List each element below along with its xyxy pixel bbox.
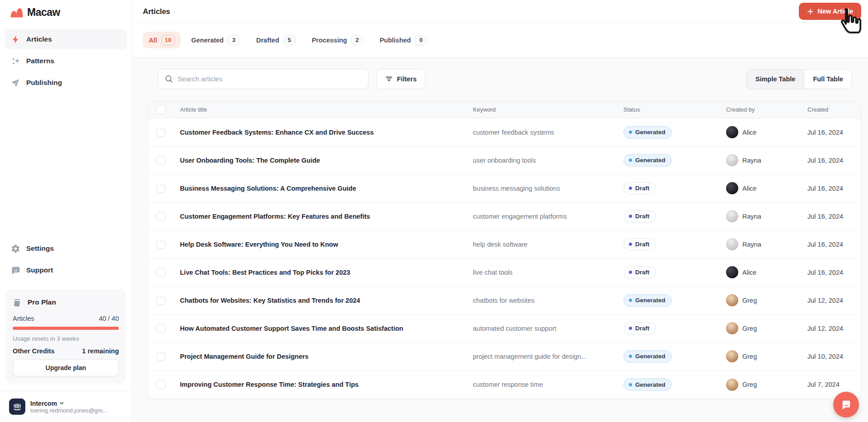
column-header-title: Article title — [174, 106, 473, 113]
table-row[interactable]: How Automated Customer Support Saves Tim… — [148, 314, 861, 342]
row-checkbox[interactable] — [156, 296, 165, 305]
full-table-toggle[interactable]: Full Table — [804, 70, 852, 89]
tab-processing[interactable]: Processing 2 — [306, 32, 369, 48]
plan-name: Pro Plan — [28, 298, 56, 306]
sidebar-item-patterns[interactable]: Patterns — [5, 51, 127, 71]
tab-label: Published — [380, 37, 411, 44]
row-checkbox[interactable] — [156, 380, 165, 389]
row-checkbox[interactable] — [156, 240, 165, 249]
sidebar-item-publishing[interactable]: Publishing — [5, 73, 127, 93]
created-date: Jul 12, 2024 — [807, 325, 861, 332]
sidebar-item-label: Publishing — [26, 79, 62, 87]
created-date: Jul 16, 2024 — [807, 185, 861, 192]
status-dot-icon — [629, 299, 632, 302]
avatar — [726, 210, 738, 222]
article-title[interactable]: Project Management Guide for Designers — [174, 353, 473, 360]
status-dot-icon — [629, 383, 632, 386]
search-input[interactable] — [178, 75, 362, 83]
row-checkbox[interactable] — [156, 212, 165, 221]
avatar — [726, 379, 738, 391]
tab-drafted[interactable]: Drafted 5 — [250, 32, 302, 48]
creator-name: Greg — [742, 297, 757, 304]
main-panel: Articles New Article All 10 Generated 3 … — [132, 0, 868, 422]
table-row[interactable]: Chatbots for Websites: Key Statistics an… — [148, 286, 861, 314]
account-switcher[interactable]: Intercom tsering.redmond.jones@gm... — [0, 391, 132, 417]
tab-count-badge: 5 — [283, 35, 296, 46]
table-row[interactable]: Customer Feedback Systems: Enhance CX an… — [148, 118, 861, 146]
plan-card: Pro Plan Articles 40 / 40 Usage resets i… — [5, 289, 126, 384]
article-title[interactable]: Business Messaging Solutions: A Comprehe… — [174, 185, 473, 192]
created-date: Jul 16, 2024 — [807, 213, 861, 220]
creator-name: Greg — [742, 381, 757, 388]
tab-all[interactable]: All 10 — [143, 32, 181, 48]
sidebar-item-label: Patterns — [26, 57, 54, 65]
tab-count-badge: 3 — [228, 35, 240, 46]
table-row[interactable]: Project Management Guide for Designers p… — [148, 342, 861, 370]
tab-label: Processing — [312, 37, 347, 44]
article-keyword: user onboarding tools — [473, 157, 623, 164]
creator-name: Rayna — [742, 213, 761, 220]
content-area: Filters Simple Table Full Table Article … — [132, 58, 868, 422]
table-row[interactable]: Business Messaging Solutions: A Comprehe… — [148, 174, 861, 202]
column-header-status: Status — [623, 106, 726, 113]
upgrade-plan-button[interactable]: Upgrade plan — [13, 359, 119, 376]
table-header-row: Article title Keyword Status Created by … — [148, 101, 861, 118]
chat-launcher-button[interactable] — [833, 392, 859, 417]
article-title[interactable]: User Onboarding Tools: The Complete Guid… — [174, 157, 473, 164]
sidebar-item-label: Articles — [26, 35, 52, 43]
table-row[interactable]: Live Chat Tools: Best Practices and Top … — [148, 258, 861, 286]
sidebar-item-support[interactable]: Support — [5, 260, 127, 280]
article-title[interactable]: Customer Feedback Systems: Enhance CX an… — [174, 129, 473, 136]
new-article-label: New Article — [818, 8, 853, 15]
table-row[interactable]: Improving Customer Response Time: Strate… — [148, 370, 861, 399]
created-date: Jul 16, 2024 — [807, 241, 861, 248]
article-title[interactable]: How Automated Customer Support Saves Tim… — [174, 325, 473, 332]
row-checkbox[interactable] — [156, 156, 165, 165]
tab-generated[interactable]: Generated 3 — [185, 32, 246, 48]
table-row[interactable]: Help Desk Software: Everything You Need … — [148, 230, 861, 258]
row-checkbox[interactable] — [156, 128, 165, 137]
avatar — [726, 126, 738, 138]
table-row[interactable]: Customer Engagement Platforms: Key Featu… — [148, 202, 861, 230]
sidebar-item-settings[interactable]: Settings — [5, 239, 127, 258]
status-filter-tabs: All 10 Generated 3 Drafted 5 Processing … — [132, 23, 868, 58]
row-checkbox[interactable] — [156, 324, 165, 333]
avatar — [726, 238, 738, 250]
sidebar-item-articles[interactable]: Articles — [5, 29, 127, 49]
tab-count-badge: 0 — [415, 35, 427, 46]
simple-table-toggle[interactable]: Simple Table — [747, 70, 804, 89]
status-badge: Generated — [623, 350, 672, 363]
page-title: Articles — [143, 7, 170, 16]
row-checkbox[interactable] — [156, 184, 165, 193]
row-checkbox[interactable] — [156, 352, 165, 361]
chat-bubble-icon — [840, 399, 853, 411]
creator-name: Alice — [742, 185, 756, 192]
created-date: Jul 16, 2024 — [807, 269, 861, 276]
filters-button[interactable]: Filters — [377, 69, 425, 89]
new-article-button[interactable]: New Article — [799, 3, 861, 20]
created-date: Jul 12, 2024 — [807, 297, 861, 304]
status-badge: Generated — [623, 294, 672, 307]
creator-name: Alice — [742, 269, 756, 276]
row-checkbox[interactable] — [156, 268, 165, 277]
select-all-checkbox[interactable] — [156, 105, 165, 114]
article-keyword: chatbots for websites — [473, 297, 623, 304]
logo[interactable]: Macaw — [5, 6, 127, 19]
article-title[interactable]: Live Chat Tools: Best Practices and Top … — [174, 269, 473, 276]
status-badge: Generated — [623, 126, 672, 139]
search-box[interactable] — [158, 69, 368, 89]
status-dot-icon — [629, 271, 632, 274]
app-name: Macaw — [27, 6, 60, 19]
creator-name: Rayna — [742, 157, 761, 164]
tab-published[interactable]: Published 0 — [374, 32, 433, 48]
column-header-created: Created — [807, 106, 861, 113]
article-keyword: customer engagement platforms — [473, 213, 623, 220]
article-title[interactable]: Customer Engagement Platforms: Key Featu… — [174, 213, 473, 220]
plan-articles-label: Articles — [13, 315, 34, 322]
article-title[interactable]: Improving Customer Response Time: Strate… — [174, 381, 473, 388]
table-row[interactable]: User Onboarding Tools: The Complete Guid… — [148, 146, 861, 174]
article-keyword: business messaging solutions — [473, 185, 623, 192]
article-title[interactable]: Help Desk Software: Everything You Need … — [174, 241, 473, 248]
article-title[interactable]: Chatbots for Websites: Key Statistics an… — [174, 297, 473, 304]
created-date: Jul 16, 2024 — [807, 157, 861, 164]
